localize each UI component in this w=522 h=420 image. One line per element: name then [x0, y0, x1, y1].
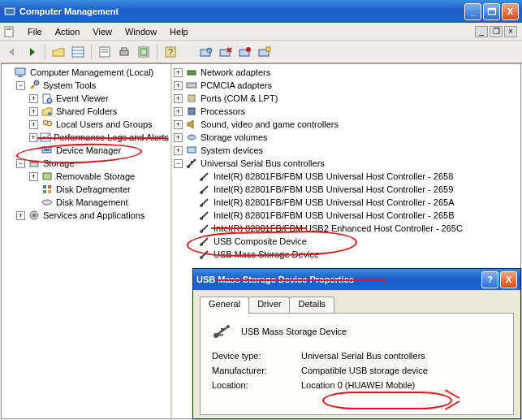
expand-icon[interactable]: + — [29, 94, 38, 103]
prop-location-value: Location 0 (HUAWEI Mobile) — [301, 380, 502, 390]
tree-disk-management[interactable]: Disk Management — [29, 196, 169, 209]
properties-button[interactable] — [96, 43, 114, 61]
tree-device-manager[interactable]: Device Manager — [29, 144, 169, 157]
tree-local-users[interactable]: +Local Users and Groups — [29, 118, 169, 131]
dev-processors[interactable]: +Processors — [174, 105, 519, 118]
annotation-line — [445, 389, 459, 399]
usb-item[interactable]: Intel(R) 82801FB/FBM USB Universal Host … — [187, 196, 519, 209]
tree-services-apps[interactable]: +Services and Applications — [16, 209, 169, 222]
svg-rect-35 — [44, 149, 50, 151]
menu-help[interactable]: Help — [163, 24, 195, 40]
dev-network-adapters[interactable]: +Network adapters — [174, 66, 519, 79]
usb-item[interactable]: Intel(R) 82801FB/FBM USB Universal Host … — [187, 183, 519, 196]
collapse-icon[interactable]: − — [174, 159, 183, 168]
tab-general[interactable]: General — [200, 297, 249, 314]
print-button[interactable] — [115, 43, 133, 61]
menu-view[interactable]: View — [86, 24, 119, 40]
collapse-icon[interactable]: − — [16, 81, 25, 90]
usb-item[interactable]: USB Composite Device — [187, 235, 519, 248]
shared-folders-icon — [41, 105, 54, 118]
tree-storage[interactable]: − Storage — [16, 157, 169, 170]
svg-rect-46 — [188, 71, 196, 75]
usb-mass-storage[interactable]: USB Mass Storage Device — [187, 248, 519, 261]
usb-item[interactable]: Intel(R) 82801FB/FBM USB Universal Host … — [187, 170, 519, 183]
svg-rect-10 — [120, 50, 128, 55]
dev-system-devices[interactable]: +System devices — [174, 144, 519, 157]
menu-window[interactable]: Window — [119, 24, 163, 40]
toolbar: ? — [0, 41, 522, 63]
dev-ports[interactable]: +Ports (COM & LPT) — [174, 92, 519, 105]
tab-driver[interactable]: Driver — [248, 297, 290, 313]
svg-point-22 — [246, 47, 251, 52]
expand-icon[interactable]: + — [174, 94, 183, 103]
mdi-minimize-button[interactable]: _ — [475, 26, 488, 37]
expand-icon[interactable]: + — [174, 68, 183, 77]
prop-type-value: Universal Serial Bus controllers — [301, 351, 502, 361]
expand-icon[interactable]: + — [174, 146, 183, 155]
event-viewer-icon — [41, 92, 54, 105]
dialog-titlebar: USB Mass Storage Device Properties ? X — [193, 269, 520, 290]
usb-item[interactable]: Intel(R) 82801FB/FBM USB Universal Host … — [187, 209, 519, 222]
expand-icon[interactable]: + — [174, 133, 183, 142]
scan-hardware-button[interactable] — [197, 43, 215, 61]
tab-page-general: USB Mass Storage Device Device type:Univ… — [200, 313, 514, 415]
refresh-button[interactable] — [135, 43, 153, 61]
menu-file[interactable]: File — [21, 24, 49, 40]
update-driver-button[interactable] — [256, 43, 274, 61]
expand-icon[interactable]: + — [29, 107, 38, 116]
dev-sound[interactable]: +Sound, video and game controllers — [174, 118, 519, 131]
svg-point-43 — [42, 200, 52, 205]
dialog-help-button[interactable]: ? — [481, 271, 498, 288]
svg-rect-13 — [140, 49, 147, 55]
tree-root[interactable]: Computer Management (Local) — [3, 66, 169, 79]
up-button[interactable] — [50, 43, 67, 61]
minimize-button[interactable]: _ — [464, 3, 481, 20]
tree-removable-storage[interactable]: +Removable Storage — [29, 170, 169, 183]
app-icon — [3, 5, 16, 18]
usb-icon — [198, 196, 211, 209]
expand-icon[interactable]: + — [174, 120, 183, 129]
dialog-tabbar: General Driver Details — [200, 297, 514, 313]
expand-icon[interactable]: + — [174, 81, 183, 90]
expand-icon[interactable]: + — [174, 107, 183, 116]
dev-storage-volumes[interactable]: +Storage volumes — [174, 131, 519, 144]
expand-icon[interactable]: + — [16, 211, 25, 220]
tree-system-tools[interactable]: − System Tools — [16, 79, 169, 92]
tree-disk-defrag[interactable]: Disk Defragmenter — [29, 183, 169, 196]
svg-rect-64 — [221, 328, 224, 331]
tree-shared-folders[interactable]: +Shared Folders — [29, 105, 169, 118]
collapse-icon[interactable]: − — [16, 159, 25, 168]
expand-icon[interactable]: + — [29, 133, 37, 142]
expand-icon[interactable]: + — [29, 172, 38, 181]
sound-icon — [185, 118, 198, 131]
left-tree-pane[interactable]: Computer Management (Local) − System Too… — [2, 64, 172, 418]
forward-button[interactable] — [23, 43, 41, 61]
tree-event-viewer[interactable]: +Event Viewer — [29, 92, 169, 105]
usb-icon — [198, 183, 211, 196]
mdi-close-button[interactable]: × — [504, 26, 517, 37]
tab-details[interactable]: Details — [289, 297, 334, 313]
dialog-close-button[interactable]: X — [500, 271, 517, 288]
dev-pcmcia[interactable]: +PCMCIA adapters — [174, 79, 519, 92]
svg-point-30 — [48, 112, 51, 115]
disable-button[interactable] — [236, 43, 254, 61]
close-button[interactable]: X — [502, 3, 519, 20]
usb-item[interactable]: Intel(R) 82801FB/FBM USB2 Enhanced Host … — [187, 222, 519, 235]
expand-icon[interactable]: + — [29, 120, 38, 129]
svg-rect-49 — [188, 108, 195, 115]
back-button[interactable] — [3, 43, 21, 61]
menu-action[interactable]: Action — [49, 24, 87, 40]
mdi-restore-button[interactable]: ❐ — [490, 26, 503, 37]
usb-icon — [198, 248, 211, 261]
annotation-ellipse — [322, 392, 452, 409]
usb-device-icon — [212, 323, 235, 340]
svg-rect-48 — [188, 95, 195, 102]
view-list-button[interactable] — [69, 43, 87, 61]
help-button[interactable]: ? — [162, 43, 179, 61]
svg-rect-54 — [191, 161, 193, 163]
usb-icon — [198, 235, 211, 248]
dev-usb-controllers[interactable]: −Universal Serial Bus controllers — [174, 157, 519, 170]
uninstall-button[interactable] — [217, 43, 235, 61]
tree-performance-logs[interactable]: +Performance Logs and Alerts — [29, 131, 169, 144]
maximize-button[interactable]: 🗖 — [483, 3, 500, 20]
